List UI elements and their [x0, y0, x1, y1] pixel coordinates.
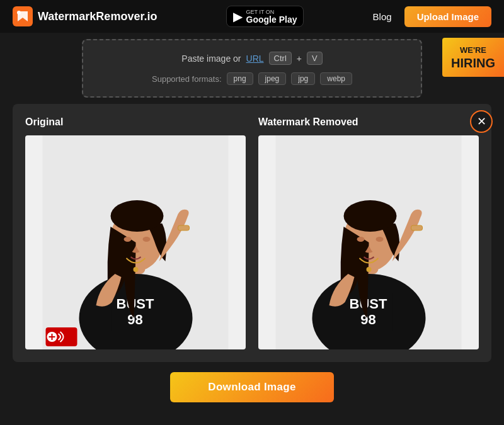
v-key-badge: V — [307, 52, 323, 65]
google-play-text-block: GET IT ON Google Play — [246, 9, 297, 24]
svg-text:BUST: BUST — [117, 296, 154, 312]
svg-point-26 — [376, 237, 384, 242]
svg-point-11 — [124, 237, 132, 242]
watermark-removed-image-container: BUST 98 — [258, 135, 479, 349]
svg-rect-13 — [178, 225, 190, 230]
logo-area: WatermarkRemover.io — [13, 6, 157, 26]
google-play-store-label: Google Play — [246, 15, 297, 24]
google-play-area[interactable]: ▶ GET IT ON Google Play — [226, 6, 304, 27]
watermark-removed-label: Watermark Removed — [258, 116, 479, 128]
hiring-line1: WE'RE — [460, 45, 486, 55]
svg-point-10 — [111, 200, 164, 232]
images-header: Original Watermark Removed — [25, 116, 479, 128]
download-image-button[interactable]: Download Image — [170, 372, 333, 402]
svg-point-25 — [357, 237, 365, 242]
upload-image-button[interactable]: Upload Image — [404, 6, 491, 27]
format-webp: webp — [320, 72, 352, 85]
svg-point-24 — [344, 200, 397, 232]
svg-point-2 — [17, 11, 21, 14]
download-area: Download Image — [0, 372, 504, 402]
format-png: png — [227, 72, 253, 85]
svg-rect-27 — [411, 225, 423, 230]
play-triangle-icon: ▶ — [233, 9, 243, 24]
svg-point-12 — [143, 237, 151, 242]
hiring-banner[interactable]: WE'RE HIRING — [442, 38, 504, 77]
svg-text:98: 98 — [127, 312, 142, 327]
hiring-line2: HIRING — [451, 55, 495, 71]
paste-row: Paste image or URL Ctrl + V — [96, 52, 408, 65]
original-person-image: BUST 98 — [25, 135, 246, 349]
svg-point-14 — [134, 267, 139, 272]
watermark-removed-person-image: BUST 98 — [258, 135, 479, 349]
svg-text:BUST: BUST — [350, 296, 387, 312]
logo-text: WatermarkRemover.io — [38, 10, 157, 23]
header: WatermarkRemover.io ▶ GET IT ON Google P… — [0, 0, 504, 33]
format-jpeg: jpeg — [258, 72, 287, 85]
header-right: Blog Upload Image — [373, 6, 491, 27]
google-play-button[interactable]: ▶ GET IT ON Google Play — [226, 6, 304, 27]
original-image-container: BUST 98 — [25, 135, 246, 349]
url-link[interactable]: URL — [246, 54, 264, 64]
blog-link[interactable]: Blog — [373, 11, 392, 22]
close-button[interactable]: ✕ — [470, 110, 493, 133]
upload-drop-area[interactable]: Paste image or URL Ctrl + V Supported fo… — [82, 39, 422, 98]
formats-label: Supported formats: — [152, 74, 222, 84]
format-jpg: jpg — [291, 72, 315, 85]
svg-text:98: 98 — [360, 312, 375, 327]
paste-text: Paste image or — [181, 54, 241, 64]
formats-row: Supported formats: png jpeg jpg webp — [96, 72, 408, 85]
ctrl-key-badge: Ctrl — [269, 52, 292, 65]
original-label: Original — [25, 116, 246, 128]
plus-sign: + — [297, 54, 302, 64]
logo-icon — [13, 6, 33, 26]
close-icon: ✕ — [477, 115, 486, 128]
svg-point-28 — [367, 267, 372, 272]
main-panel: Original Watermark Removed BUST 98 — [13, 104, 491, 362]
images-row: BUST 98 — [25, 135, 479, 349]
